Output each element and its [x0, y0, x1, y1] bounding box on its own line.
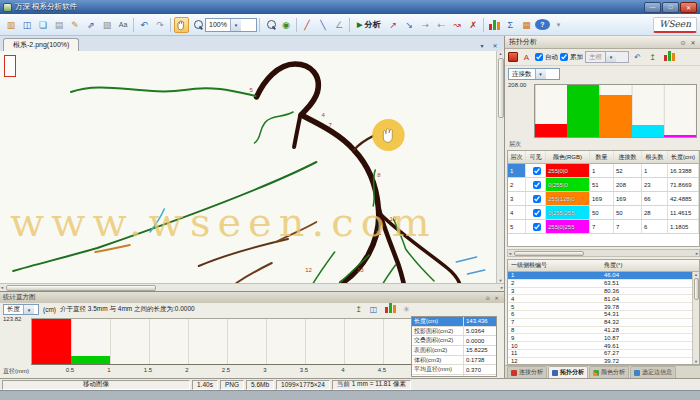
stat-row[interactable]: 投影面积(cm2)5.0364 — [412, 327, 496, 337]
scroll-up-icon[interactable]: ▲ — [499, 51, 503, 56]
scroll-thumb[interactable] — [6, 285, 156, 291]
table-row[interactable]: 2 0|255|0 51 208 23 71.8669 — [508, 178, 699, 192]
close-button[interactable]: ✕ — [680, 2, 697, 13]
visible-checkbox[interactable] — [533, 209, 541, 217]
table-row[interactable]: 3 255|128|0 169 169 66 42.4885 — [508, 192, 699, 206]
root-select-combo[interactable]: 主根 ▾ — [585, 51, 629, 63]
metric-combo[interactable]: 连接数 ▾ — [508, 68, 560, 80]
gesture-3-icon[interactable]: ⇢ — [418, 17, 433, 33]
scroll-thumb[interactable] — [514, 251, 584, 256]
print-icon[interactable]: ▤ — [52, 17, 67, 33]
stat-row[interactable]: 长度(cm)143.436 — [412, 317, 496, 327]
visible-checkbox[interactable] — [533, 223, 541, 231]
stat-row[interactable]: 体积(cm3)0.1738 — [412, 356, 496, 366]
accumulate-checkbox[interactable] — [560, 53, 568, 61]
level-cell[interactable]: 2 — [508, 178, 526, 191]
scroll-down-icon[interactable]: ▼ — [499, 278, 503, 283]
table-row[interactable]: 481.04 — [508, 295, 699, 303]
gesture-1-icon[interactable]: ↗ — [386, 17, 401, 33]
image-icon[interactable]: ▧ — [100, 17, 115, 33]
chart-icon[interactable] — [662, 51, 677, 64]
maximize-button[interactable]: □ — [662, 2, 679, 13]
zoom-level-combo[interactable]: 100% ▾ — [205, 18, 257, 32]
zoom-out-icon[interactable] — [263, 17, 278, 33]
save-all-icon[interactable]: ❏ — [36, 17, 51, 33]
level-cell[interactable]: 5 — [508, 220, 526, 233]
table-row[interactable]: 146.04 — [508, 272, 699, 280]
gesture-4-icon[interactable]: ⇠ — [434, 17, 449, 33]
save-chart-icon[interactable]: ◫ — [368, 304, 380, 316]
table-row[interactable]: 841.28 — [508, 327, 699, 335]
magnifier-icon[interactable] — [190, 17, 205, 33]
pin-icon[interactable]: ⊙ — [678, 39, 688, 46]
stat-row[interactable]: 连接数488 — [412, 375, 496, 377]
statistics-icon[interactable]: Σ — [503, 17, 518, 33]
chart-icon[interactable] — [487, 17, 502, 33]
tab-color-analysis[interactable]: 颜色分析 — [589, 366, 629, 378]
panel-close-icon[interactable]: ✕ — [688, 39, 698, 46]
angle-table-vscrollbar[interactable]: ▲▼ — [692, 272, 699, 364]
table-hscrollbar[interactable]: ◄► — [507, 249, 700, 257]
scroll-up-icon[interactable]: ▲ — [694, 272, 698, 277]
pencil-icon[interactable]: ✎ — [68, 17, 83, 33]
scroll-thumb[interactable] — [694, 278, 699, 300]
table-row[interactable]: 1 255|0|0 1 52 1 16.3388 — [508, 164, 699, 178]
gear-icon[interactable]: ✳ — [401, 304, 413, 316]
undo-icon[interactable]: ↶ — [632, 51, 644, 64]
stat-row[interactable]: 平均直径(mm)0.370 — [412, 365, 496, 375]
canvas-hscrollbar[interactable]: ◄► — [0, 283, 504, 291]
table-row[interactable]: 910.87 — [508, 334, 699, 342]
panel-close-icon[interactable]: ✕ — [492, 295, 501, 301]
table-row[interactable]: 263.51 — [508, 280, 699, 288]
grid-mark-icon[interactable] — [508, 52, 518, 62]
scroll-left-icon[interactable]: ◄ — [508, 251, 512, 256]
document-tab[interactable]: 根系-2.png(100%) — [3, 38, 79, 51]
visible-checkbox[interactable] — [533, 195, 541, 203]
table-row[interactable]: 654.31 — [508, 311, 699, 319]
table-row[interactable]: 380.36 — [508, 288, 699, 296]
table-row[interactable]: 1239.72 — [508, 358, 699, 365]
redo-icon[interactable]: ↷ — [153, 17, 168, 33]
tab-close-icon[interactable]: ✕ — [489, 40, 501, 51]
view-icon[interactable]: ◉ — [279, 17, 294, 33]
histogram-metric-combo[interactable]: 长度 ▾ — [3, 304, 39, 315]
table-row[interactable]: 5 255|0|255 7 7 6 1.1805 — [508, 220, 699, 234]
scroll-right-icon[interactable]: ► — [500, 285, 504, 290]
visible-checkbox[interactable] — [533, 181, 541, 189]
table-row[interactable]: 784.32 — [508, 319, 699, 327]
blue-pen-icon[interactable]: ╲ — [316, 17, 331, 33]
scroll-right-icon[interactable]: ► — [695, 251, 699, 256]
tab-connection-analysis[interactable]: 连接分析 — [507, 366, 547, 378]
minimize-button[interactable]: — — [644, 2, 661, 13]
table-row[interactable]: 4 0|255|255 50 50 28 11.4615 — [508, 206, 699, 220]
level-cell[interactable]: 3 — [508, 192, 526, 205]
gesture-5-icon[interactable]: ↝ — [450, 17, 465, 33]
export-chart-icon[interactable]: ↥ — [353, 304, 365, 316]
table-row[interactable]: 1049.61 — [508, 342, 699, 350]
image-canvas[interactable]: 5 4 7 8 10 11 12 13 www.wseen — [0, 51, 504, 283]
tab-selected-edge-info[interactable]: 选定边信息 — [630, 366, 676, 378]
delete-mark-icon[interactable]: ✗ — [466, 17, 481, 33]
stat-row[interactable]: 表面积(cm2)15.8225 — [412, 346, 496, 356]
tab-topology-analysis[interactable]: 拓扑分析 — [548, 366, 588, 378]
canvas-vscrollbar[interactable]: ▲▼ — [496, 51, 504, 283]
visible-checkbox[interactable] — [533, 167, 541, 175]
level-cell[interactable]: 4 — [508, 206, 526, 219]
save-icon[interactable]: ◫ — [20, 17, 35, 33]
help-icon[interactable]: ? — [535, 19, 550, 30]
angle-measure-icon[interactable]: ∠ — [332, 17, 347, 33]
table-row[interactable]: 1167.27 — [508, 350, 699, 358]
stat-row[interactable]: 交叠面积(cm2)0.0000 — [412, 336, 496, 346]
gesture-2-icon[interactable]: ↘ — [402, 17, 417, 33]
analyze-button[interactable]: ▶ 分析 — [352, 17, 385, 33]
table-icon[interactable]: ▦ — [519, 17, 534, 33]
scroll-thumb[interactable] — [498, 58, 504, 118]
more-tools-icon[interactable]: ▾ — [551, 17, 566, 33]
export-chart-icon[interactable]: ↥ — [647, 51, 659, 64]
label-mark-icon[interactable]: A — [521, 51, 533, 64]
level-cell[interactable]: 1 — [508, 164, 526, 177]
chart-type-icon[interactable] — [383, 304, 398, 316]
tab-list-icon[interactable]: ▾ — [476, 40, 488, 51]
scroll-left-icon[interactable]: ◄ — [0, 285, 4, 290]
export-icon[interactable]: ⇗ — [84, 17, 99, 33]
